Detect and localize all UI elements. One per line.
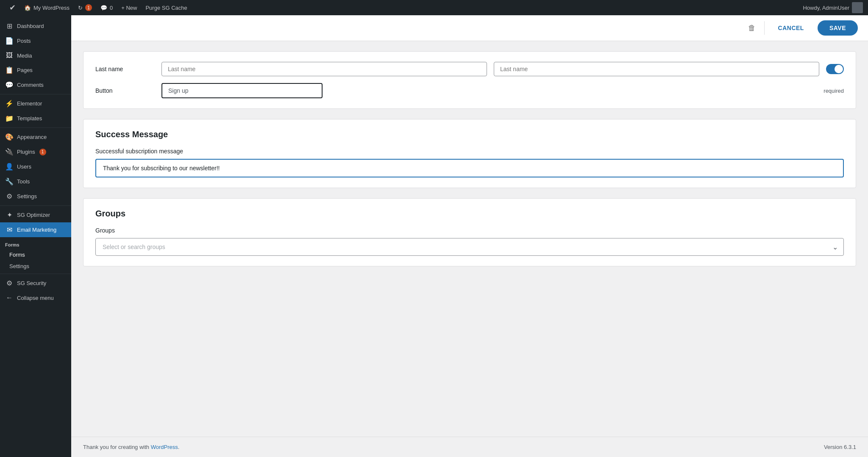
footer: Thank you for creating with WordPress. V… [71, 437, 868, 457]
sidebar-sub-item-forms[interactable]: Forms [0, 249, 71, 260]
fields-card: Last name Button required [83, 51, 856, 109]
action-bar-divider [764, 21, 765, 35]
last-name-row: Last name [95, 62, 844, 76]
sidebar-item-appearance[interactable]: 🎨 Appearance [0, 130, 71, 144]
groups-field-label: Groups [95, 227, 844, 234]
button-required: required [823, 88, 844, 94]
elementor-icon: ⚡ [5, 100, 14, 108]
version-text: Version 6.3.1 [824, 444, 856, 450]
sidebar-item-elementor[interactable]: ⚡ Elementor [0, 96, 71, 111]
success-msg-field-label: Successful subscription message [95, 148, 844, 155]
sidebar-item-comments[interactable]: 💬 Comments [0, 78, 71, 92]
content-area: Last name Button required Success Messag… [71, 41, 868, 437]
action-bar: 🗑 CANCEL SAVE [71, 15, 868, 41]
sidebar-separator-3 [0, 205, 71, 206]
success-message-heading: Success Message [95, 130, 844, 139]
updates-icon: ↻ [78, 5, 83, 11]
footer-text: Thank you for creating with WordPress. [83, 444, 179, 450]
settings-icon: ⚙ [5, 192, 14, 200]
adminbar-new[interactable]: + New [117, 0, 141, 15]
dashboard-icon: ⊞ [5, 22, 14, 30]
last-name-input-1[interactable] [161, 62, 487, 76]
main-content: 🗑 CANCEL SAVE Last name [71, 15, 868, 457]
sidebar-item-settings[interactable]: ⚙ Settings [0, 189, 71, 204]
adminbar-user: Howdy, AdminUser [803, 2, 863, 13]
sidebar-item-dashboard[interactable]: ⊞ Dashboard [0, 19, 71, 33]
sidebar-item-collapse[interactable]: ← Collapse menu [0, 291, 71, 305]
wordpress-link[interactable]: WordPress [151, 444, 178, 450]
groups-select-wrapper: Select or search groups ⌄ [95, 238, 844, 256]
last-name-label: Last name [95, 66, 155, 72]
groups-card: Groups Groups Select or search groups ⌄ [83, 198, 856, 266]
button-label: Button [95, 87, 155, 94]
groups-select[interactable]: Select or search groups [95, 238, 844, 256]
sidebar-item-sg-optimizer[interactable]: ✦ SG Optimizer [0, 208, 71, 222]
sidebar-item-templates[interactable]: 📁 Templates [0, 111, 71, 126]
adminbar-updates[interactable]: ↻ 1 [74, 0, 96, 15]
wp-logo[interactable]: ✔ [5, 3, 20, 12]
cancel-button[interactable]: CANCEL [770, 21, 812, 35]
email-marketing-icon: ✉ [5, 226, 14, 234]
sidebar-separator-4 [0, 274, 71, 274]
sg-security-icon: ⚙ [5, 279, 14, 287]
posts-icon: 📄 [5, 37, 14, 45]
plugins-badge: 1 [39, 149, 46, 155]
sidebar-item-email-marketing[interactable]: ✉ Email Marketing [0, 222, 71, 237]
sidebar-item-sg-security[interactable]: ⚙ SG Security [0, 276, 71, 291]
templates-icon: 📁 [5, 114, 14, 122]
sidebar-section-forms: Forms [0, 237, 71, 249]
last-name-input-2[interactable] [494, 62, 819, 76]
groups-heading: Groups [95, 209, 844, 219]
sidebar-item-users[interactable]: 👤 Users [0, 159, 71, 174]
appearance-icon: 🎨 [5, 133, 14, 141]
sidebar-separator-2 [0, 127, 71, 128]
tools-icon: 🔧 [5, 177, 14, 186]
save-button[interactable]: SAVE [818, 20, 858, 36]
adminbar-site[interactable]: 🏠 My WordPress [20, 0, 74, 15]
sidebar-item-tools[interactable]: 🔧 Tools [0, 174, 71, 189]
adminbar-comments[interactable]: 💬 0 [96, 0, 117, 15]
last-name-toggle[interactable] [826, 64, 844, 74]
last-name-inputs [161, 62, 819, 76]
collapse-icon: ← [5, 294, 14, 302]
success-msg-input[interactable] [95, 159, 844, 177]
sidebar-separator [0, 94, 71, 94]
comments-nav-icon: 💬 [5, 81, 14, 89]
avatar [852, 2, 863, 13]
home-icon: 🏠 [24, 5, 31, 11]
pages-icon: 📋 [5, 66, 14, 74]
users-icon: 👤 [5, 163, 14, 171]
media-icon: 🖼 [5, 52, 14, 59]
trash-button[interactable]: 🗑 [745, 22, 759, 34]
sidebar-item-posts[interactable]: 📄 Posts [0, 33, 71, 48]
sidebar-sub-item-settings[interactable]: Settings [0, 260, 71, 272]
success-message-card: Success Message Successful subscription … [83, 119, 856, 188]
adminbar-purge[interactable]: Purge SG Cache [141, 0, 191, 15]
sg-optimizer-icon: ✦ [5, 211, 14, 219]
button-value-input[interactable] [161, 83, 323, 98]
sidebar-item-plugins[interactable]: 🔌 Plugins 1 [0, 144, 71, 159]
sidebar-item-media[interactable]: 🖼 Media [0, 48, 71, 63]
button-row: Button required [95, 83, 844, 98]
plugins-icon: 🔌 [5, 148, 14, 156]
sidebar: ⊞ Dashboard 📄 Posts 🖼 Media 📋 Pages 💬 Co… [0, 15, 71, 457]
admin-bar: ✔ 🏠 My WordPress ↻ 1 💬 0 + New Purge SG … [0, 0, 868, 15]
sidebar-item-pages[interactable]: 📋 Pages [0, 63, 71, 78]
comments-icon: 💬 [100, 5, 107, 11]
